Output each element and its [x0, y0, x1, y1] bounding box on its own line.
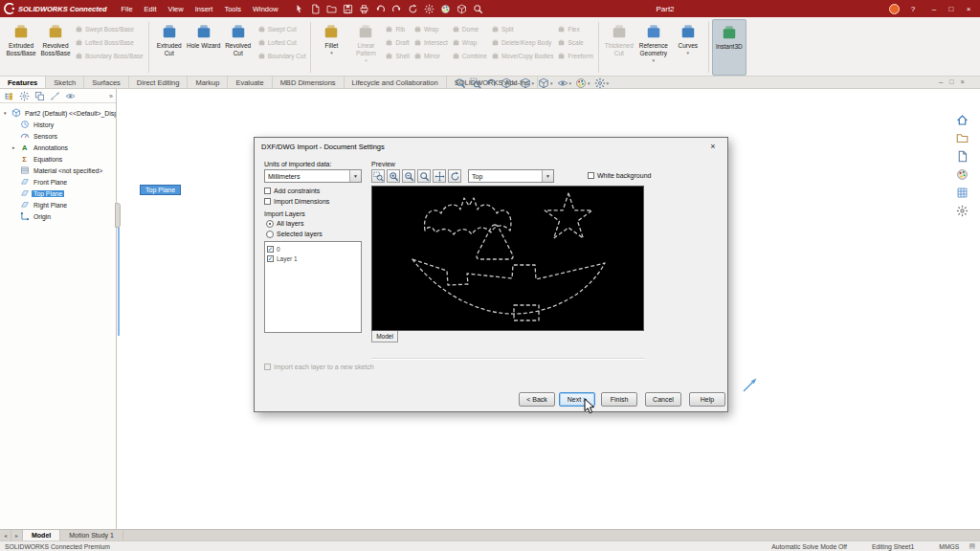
minimize-button[interactable]: –: [926, 5, 942, 13]
ribbon-button-revolved-boss-base[interactable]: Revolved Boss/Base: [38, 19, 73, 76]
preview-model-tab[interactable]: Model: [371, 331, 398, 342]
selected-layers-radio[interactable]: [266, 231, 274, 238]
ribbon-button-lofted-boss-base[interactable]: Lofted Boss/Base: [75, 38, 144, 47]
menu-tools[interactable]: Tools: [219, 3, 246, 15]
open-document-icon[interactable]: [325, 3, 338, 15]
ribbon-button-extruded-boss-base[interactable]: Extruded Boss/Base: [4, 19, 38, 76]
zoom-window-icon[interactable]: [417, 169, 431, 183]
help-button[interactable]: ?: [907, 5, 919, 13]
tree-item-material-not-specified[interactable]: Material <not specified>: [2, 165, 116, 176]
tab-scroll-right-icon[interactable]: ▸: [11, 530, 23, 540]
tab-direct-editing[interactable]: Direct Editing: [129, 77, 189, 88]
expand-arrow-icon[interactable]: ▸: [12, 144, 18, 150]
ribbon-button-boundary-boss-base[interactable]: Boundary Boss/Base: [75, 52, 144, 60]
layer-item-0[interactable]: ✓0: [267, 244, 359, 253]
maximize-commandmanager-button[interactable]: □: [949, 77, 954, 86]
tree-item-part2-default-default-display-st[interactable]: ▾Part2 (Default) <<Default>_Display St: [2, 107, 116, 119]
menu-insert[interactable]: Insert: [190, 3, 218, 15]
ribbon-button-scale[interactable]: Scale: [557, 38, 592, 47]
view-orientation-icon[interactable]: ▾: [520, 77, 535, 89]
tree-item-sensors[interactable]: Sensors: [2, 130, 116, 142]
tab-evaluate[interactable]: Evaluate: [228, 77, 272, 88]
ribbon-button-move-copy-bodies[interactable]: Move/Copy Bodies: [491, 52, 554, 60]
dimxpertmanager-icon[interactable]: [49, 90, 60, 101]
menu-file[interactable]: File: [117, 3, 138, 15]
ribbon-button-split[interactable]: Split: [491, 25, 554, 33]
appearances-scenes-icon[interactable]: [955, 167, 969, 182]
layer-item-layer-1[interactable]: ✓Layer 1: [267, 253, 359, 263]
configurationmanager-icon[interactable]: [33, 90, 45, 101]
layer-checkbox[interactable]: ✓: [267, 255, 274, 262]
measure-icon[interactable]: [472, 3, 484, 15]
ribbon-button-wrap[interactable]: Wrap: [413, 25, 448, 33]
layers-list[interactable]: ✓0✓Layer 1: [264, 241, 362, 333]
undo-icon[interactable]: [374, 3, 387, 15]
3dexperience-home-icon[interactable]: [955, 113, 969, 127]
propertymanager-icon[interactable]: [18, 90, 30, 101]
menu-edit[interactable]: Edit: [140, 3, 162, 15]
tree-item-front-plane[interactable]: Front Plane: [2, 176, 116, 187]
bottom-tab-model[interactable]: Model: [23, 530, 60, 540]
zoom-out-icon[interactable]: [402, 169, 415, 183]
ribbon-button-linear-pattern[interactable]: Linear Pattern▾: [348, 19, 383, 76]
maximize-button[interactable]: □: [944, 5, 959, 13]
display-style-icon[interactable]: ▾: [538, 77, 553, 89]
panel-splitter-handle[interactable]: [115, 203, 121, 228]
expand-arrow-icon[interactable]: ▾: [4, 110, 10, 116]
ribbon-button-shell[interactable]: Shell: [385, 52, 409, 60]
menu-window[interactable]: Window: [248, 3, 283, 15]
ribbon-button-lofted-cut[interactable]: Lofted Cut: [257, 38, 306, 47]
ribbon-button-curves[interactable]: Curves▾: [671, 19, 705, 76]
print-icon[interactable]: [358, 3, 370, 15]
redo-icon[interactable]: [390, 3, 403, 15]
new-document-icon[interactable]: [309, 3, 322, 15]
preview-view-select[interactable]: Top ▼: [468, 169, 554, 183]
user-avatar[interactable]: [889, 4, 900, 14]
ribbon-button-hole-wizard[interactable]: Hole Wizard: [187, 19, 221, 76]
ribbon-button-revolved-cut[interactable]: Revolved Cut: [221, 19, 256, 76]
tab-features[interactable]: Features: [0, 77, 46, 88]
units-status[interactable]: MMGS: [939, 543, 959, 550]
dxf-preview-area[interactable]: [371, 186, 644, 331]
ribbon-button-delete-keep-body[interactable]: Delete/Keep Body: [491, 38, 554, 47]
import-each-layer-checkbox[interactable]: [264, 364, 271, 370]
import-dimensions-checkbox[interactable]: [264, 198, 271, 205]
ribbon-button-boundary-cut[interactable]: Boundary Cut: [257, 52, 306, 60]
ribbon-button-swept-boss-base[interactable]: Swept Boss/Base: [75, 25, 144, 33]
tree-item-top-plane[interactable]: Top Plane: [2, 187, 116, 199]
layer-checkbox[interactable]: ✓: [267, 246, 274, 253]
design-library-icon[interactable]: [955, 131, 969, 145]
featuremanager-design-tree-icon[interactable]: [3, 90, 14, 101]
section-view-icon[interactable]: [456, 3, 468, 15]
dropdown-caret-icon[interactable]: ▼: [349, 170, 361, 182]
view-settings-icon[interactable]: ▾: [594, 77, 610, 89]
select-pointer-icon[interactable]: [293, 3, 305, 15]
pan-icon[interactable]: [433, 169, 446, 183]
dropdown-caret-icon[interactable]: ▼: [542, 170, 553, 182]
ribbon-button-mirror[interactable]: Mirror: [413, 52, 448, 60]
ribbon-button-rib[interactable]: Rib: [385, 25, 409, 33]
refresh-icon[interactable]: [448, 169, 461, 183]
ribbon-button-dome[interactable]: Dome: [452, 25, 487, 33]
ribbon-button-reference-geometry[interactable]: Reference Geometry▾: [636, 19, 671, 76]
zoom-in-icon[interactable]: [387, 169, 400, 183]
tree-item-right-plane[interactable]: Right Plane: [2, 199, 116, 210]
rebuild-icon[interactable]: [407, 3, 419, 15]
ribbon-button-wrap[interactable]: Wrap: [452, 38, 487, 47]
ribbon-button-instant3d[interactable]: Instant3D: [712, 19, 746, 76]
edit-appearance-icon[interactable]: ▾: [575, 77, 590, 89]
minimize-commandmanager-button[interactable]: –: [939, 77, 943, 86]
ribbon-button-freeform[interactable]: Freeform: [557, 52, 592, 60]
dialog-close-button[interactable]: ×: [699, 138, 727, 155]
all-layers-radio[interactable]: [266, 220, 274, 228]
tab-markup[interactable]: Markup: [188, 77, 228, 88]
appearance-icon[interactable]: [439, 3, 452, 15]
close-button[interactable]: ×: [961, 5, 976, 13]
ribbon-button-extruded-cut[interactable]: Extruded Cut: [152, 19, 187, 76]
view-palette-icon[interactable]: [955, 186, 969, 200]
ribbon-button-draft[interactable]: Draft: [385, 38, 409, 47]
previous-view-icon[interactable]: [485, 77, 497, 89]
options-icon[interactable]: [423, 3, 435, 15]
zoom-to-fit-icon[interactable]: [455, 77, 466, 89]
section-view-icon[interactable]: ▾: [501, 77, 516, 89]
